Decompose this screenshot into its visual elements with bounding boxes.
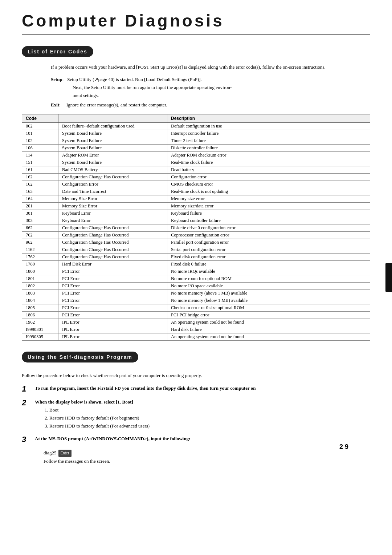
table-cell-desc: Diskette drive 0 configuration error: [167, 224, 370, 232]
setup-label: Setup: [51, 77, 62, 82]
table-cell-name: IPL Error: [58, 333, 167, 341]
table-row: 1162Configuration Change Has OccurredSer…: [22, 246, 370, 254]
table-row: 151System Board FailureReal-time clock f…: [22, 159, 370, 166]
table-cell-name: System Board Failure: [58, 137, 167, 145]
table-row: 1806PCI ErrorPCI-PCI bridge error: [22, 312, 370, 319]
table-row: 162Configuration Change Has OccurredConf…: [22, 174, 370, 181]
table-cell-name: Keyboard Error: [58, 210, 167, 217]
exit-text: Ignore the error message(s), and restart…: [66, 102, 167, 108]
table-cell-code: 662: [22, 224, 58, 232]
table-header-name: [58, 114, 167, 123]
table-cell-desc: Interrupt controller failure: [167, 130, 370, 137]
table-cell-desc: Keyboard failure: [167, 210, 370, 217]
table-row: 161Bad CMOS BatteryDead battery: [22, 166, 370, 174]
table-row: 301Keyboard ErrorKeyboard failure: [22, 210, 370, 217]
table-row: 762Configuration Change Has OccurredCopr…: [22, 232, 370, 239]
table-cell-code: 201: [22, 203, 58, 210]
table-cell-desc: No more IRQs available: [167, 268, 370, 275]
table-cell-code: I9990301: [22, 326, 58, 333]
step-2-list: BootRestore HDD to factory default (For …: [49, 406, 150, 430]
self-diag-section: Using the Self-diagnosis Program Follow …: [22, 352, 370, 465]
table-cell-desc: No more room for optional ROM: [167, 275, 370, 283]
table-row: 062Boot failure--default configuration u…: [22, 123, 370, 130]
table-cell-code: 164: [22, 195, 58, 203]
step-2-content: When the display below is shown, select …: [35, 398, 150, 430]
follow-text: Follow the messages on the screen.: [44, 458, 110, 464]
table-row: 1780Hard Disk ErrorFixed disk 0 failure: [22, 261, 370, 268]
table-cell-desc: Real-time clock is not updating: [167, 188, 370, 195]
table-cell-name: Boot failure--default configuration used: [58, 123, 167, 130]
table-cell-desc: Fixed disk 0 failure: [167, 261, 370, 268]
table-cell-desc: No more memory (above 1 MB) available: [167, 290, 370, 297]
error-codes-section: List of Error Codes If a problem occurs …: [22, 46, 370, 341]
self-diag-header: Using the Self-diagnosis Program: [22, 352, 138, 362]
table-cell-name: System Board Failure: [58, 130, 167, 137]
list-item: Restore HDD to factory default (For begi…: [49, 414, 150, 422]
table-row: 1805PCI ErrorChecksum error or 0 size op…: [22, 304, 370, 312]
table-cell-name: PCI Error: [58, 304, 167, 312]
table-cell-desc: Timer 2 test failure: [167, 137, 370, 145]
table-cell-code: 1762: [22, 254, 58, 261]
step-3-text: At the MS-DOS prompt (A:\WINDOWS\COMMAND…: [35, 436, 190, 441]
page-number: 2 9: [339, 443, 348, 451]
table-cell-name: System Board Failure: [58, 159, 167, 166]
step-3-num: 3: [22, 435, 35, 444]
table-cell-name: PCI Error: [58, 290, 167, 297]
right-tab: [385, 263, 392, 292]
table-cell-name: PCI Error: [58, 297, 167, 304]
table-cell-name: Bad CMOS Battery: [58, 166, 167, 174]
table-cell-code: 301: [22, 210, 58, 217]
table-cell-code: 1800: [22, 268, 58, 275]
table-cell-code: 162: [22, 181, 58, 188]
table-row: 1803PCI ErrorNo more memory (above 1 MB)…: [22, 290, 370, 297]
table-cell-desc: Checksum error or 0 size optional ROM: [167, 304, 370, 312]
table-cell-name: IPL Error: [58, 319, 167, 326]
step-2-text: When the display below is shown, select …: [35, 399, 133, 405]
table-cell-desc: No more memory (below 1 MB) available: [167, 297, 370, 304]
step-1-num: 1: [22, 384, 35, 394]
table-cell-code: 762: [22, 232, 58, 239]
table-cell-desc: No more I/O space available: [167, 283, 370, 290]
list-item: Boot: [49, 406, 150, 414]
table-row: 662Configuration Change Has OccurredDisk…: [22, 224, 370, 232]
table-cell-desc: An operating system could not be found: [167, 319, 370, 326]
table-cell-desc: Hard disk failure: [167, 326, 370, 333]
table-cell-name: IPL Error: [58, 326, 167, 333]
table-cell-code: 1962: [22, 319, 58, 326]
table-cell-code: 114: [22, 152, 58, 159]
setup-text1: Setup Utility (: [67, 77, 94, 82]
table-row: 201Memory Size ErrorMemory size/data err…: [22, 203, 370, 210]
table-cell-code: 1780: [22, 261, 58, 268]
step-2: 2 When the display below is shown, selec…: [22, 398, 370, 430]
step-3-content: At the MS-DOS prompt (A:\WINDOWS\COMMAND…: [35, 435, 190, 443]
table-cell-name: PCI Error: [58, 283, 167, 290]
table-cell-code: 1162: [22, 246, 58, 254]
step-1-text: To run the program, insert the Firstaid …: [35, 385, 256, 391]
table-row: 114Adapter ROM ErrorAdapter ROM checksum…: [22, 152, 370, 159]
diag25-line: diag25 Enter Follow the messages on the …: [44, 449, 370, 466]
table-cell-code: 062: [22, 123, 58, 130]
setup-text3: Next, the Setup Utility must be run agai…: [73, 85, 232, 90]
table-cell-name: PCI Error: [58, 312, 167, 319]
table-row: 303Keyboard ErrorKeyboard controller fai…: [22, 217, 370, 224]
table-cell-name: Configuration Change Has Occurred: [58, 224, 167, 232]
table-cell-desc: Adapter ROM checksum error: [167, 152, 370, 159]
table-row: 1762Configuration Change Has OccurredFix…: [22, 254, 370, 261]
table-cell-name: Adapter ROM Error: [58, 152, 167, 159]
setup-text4: ment settings.: [73, 93, 99, 98]
table-row: 1802PCI ErrorNo more I/O space available: [22, 283, 370, 290]
table-cell-name: Date and Time Incorrect: [58, 188, 167, 195]
table-cell-name: Hard Disk Error: [58, 261, 167, 268]
table-cell-desc: Fixed disk configuration error: [167, 254, 370, 261]
table-header-code: Code: [22, 114, 58, 123]
table-cell-name: Keyboard Error: [58, 217, 167, 224]
list-item: Restore HDD to factory default (For adva…: [49, 422, 150, 430]
table-cell-desc: Coprocessor configuration error: [167, 232, 370, 239]
table-cell-code: 1804: [22, 297, 58, 304]
table-cell-desc: Default configuration in use: [167, 123, 370, 130]
diag25-command: diag25: [44, 450, 56, 455]
table-cell-name: PCI Error: [58, 275, 167, 283]
table-cell-desc: CMOS checksum error: [167, 181, 370, 188]
step-3: 3 At the MS-DOS prompt (A:\WINDOWS\COMMA…: [22, 435, 370, 444]
setup-ref: ↗page 40: [94, 77, 113, 82]
